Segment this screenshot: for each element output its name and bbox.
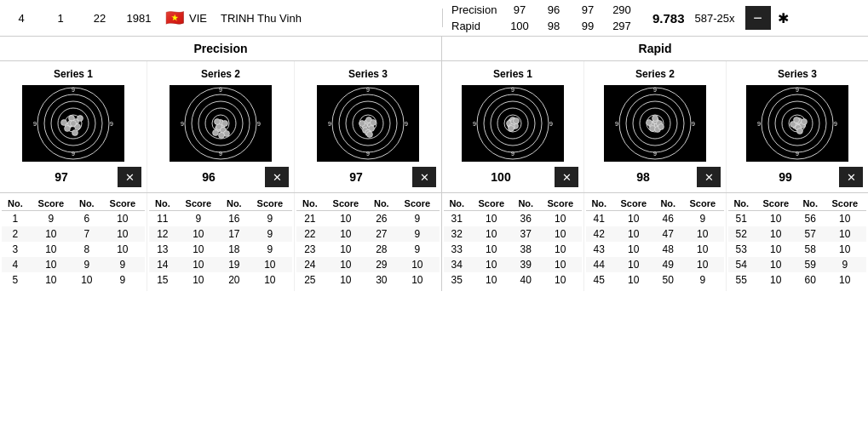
svg-text:9: 9: [511, 87, 514, 93]
col-score2: Score: [395, 197, 440, 211]
athlete-name: TRINH Thu Vinh: [221, 12, 302, 25]
svg-text:9: 9: [549, 121, 553, 127]
svg-point-82: [514, 118, 520, 124]
svg-text:9: 9: [219, 151, 222, 157]
svg-text:9: 9: [834, 121, 837, 127]
table-row: 19610: [2, 211, 145, 227]
table-row: 25103010: [296, 272, 440, 288]
table-row: 510109: [2, 272, 145, 288]
table-row: 55106010: [728, 272, 866, 288]
svg-text:9: 9: [257, 121, 261, 127]
precision-s2-score: 96: [152, 170, 265, 184]
svg-point-16: [61, 120, 67, 126]
rapid-s3-target: 9 9 9 9: [746, 85, 848, 162]
svg-point-59: [359, 121, 365, 127]
svg-text:9: 9: [366, 151, 370, 157]
col-no1: No.: [2, 197, 29, 211]
rapid-series-area: Series 1 9 9 9 9: [442, 61, 868, 192]
col-score1: Score: [755, 197, 797, 211]
scores-block: Precision 97 96 97 290 Rapid 100 98 99 2…: [451, 3, 639, 32]
header-left: 4 1 22 1981 🇻🇳 VIE TRINH Thu Vinh: [0, 9, 443, 27]
col-no1: No.: [444, 197, 470, 211]
table-row: 34103910: [444, 257, 582, 272]
svg-text:9: 9: [653, 87, 657, 93]
col-no2: No.: [73, 197, 101, 211]
rapid-s2-expand[interactable]: ✕: [697, 167, 721, 187]
rapid-tables: No. Score No. Score 31103610321037103310…: [442, 193, 868, 291]
svg-text:9: 9: [405, 121, 408, 127]
svg-point-62: [367, 132, 373, 138]
svg-text:9: 9: [615, 121, 618, 127]
svg-text:9: 9: [72, 151, 75, 157]
table-row: 14101910: [149, 257, 292, 272]
country-info: 🇻🇳 VIE: [165, 9, 207, 27]
col-no1: No.: [586, 197, 612, 211]
precision-s2-target: 9 9 9 9: [170, 85, 272, 162]
rapid-s2-score: 98: [589, 170, 697, 184]
col-no2: No.: [368, 197, 395, 211]
col-score1: Score: [324, 197, 368, 211]
col-no2: No.: [513, 197, 539, 211]
rapid-s3-expand[interactable]: ✕: [839, 167, 863, 187]
svg-text:9: 9: [796, 87, 799, 93]
svg-point-125: [797, 128, 803, 134]
main-container: 4 1 22 1981 🇻🇳 VIE TRINH Thu Vinh Precis…: [0, 0, 868, 434]
minus-button[interactable]: −: [745, 6, 771, 30]
col-no1: No.: [728, 197, 755, 211]
series-label: 587-25x: [695, 12, 735, 25]
precision-s1: 97: [503, 3, 537, 16]
svg-text:9: 9: [692, 121, 695, 127]
rapid-series-3: Series 3 9 9 9 9: [727, 61, 868, 192]
svg-point-101: [647, 120, 652, 126]
precision-label: Precision: [451, 3, 503, 16]
precision-s1-expand[interactable]: ✕: [118, 167, 141, 187]
grand-total: 9.783: [652, 11, 685, 26]
score-tables-area: No. Score No. Score 19610210710310810410…: [0, 193, 868, 291]
svg-text:9: 9: [511, 151, 514, 157]
table-row: 2110269: [296, 211, 440, 227]
rapid-s1-title: Series 1: [493, 68, 532, 80]
table-row: 52105710: [728, 226, 866, 242]
precision-s2-title: Series 2: [201, 68, 240, 80]
precision-table-1: No. Score No. Score 19610210710310810410…: [0, 193, 147, 291]
rapid-s3-score-row: 99 ✕: [732, 167, 863, 187]
col-no2: No.: [797, 197, 824, 211]
svg-point-14: [65, 126, 71, 132]
precision-s3: 97: [571, 3, 605, 16]
pin-button[interactable]: ✱: [778, 10, 789, 26]
rapid-s3-score: 99: [732, 170, 839, 184]
rapid-s1-target: 9 9 9 9: [462, 85, 564, 162]
rapid-s1-expand[interactable]: ✕: [555, 167, 578, 187]
col-no2: No.: [655, 197, 681, 211]
precision-s2-expand[interactable]: ✕: [265, 167, 289, 187]
table-row: 32103710: [444, 226, 582, 242]
rapid-series-2: Series 2 9 9 9 9: [584, 61, 727, 192]
rapid-score-row: Rapid 100 98 99 297: [451, 20, 639, 32]
table-row: 35104010: [444, 272, 582, 288]
rapid-s2-score-row: 98 ✕: [589, 167, 721, 187]
table-row: 119169: [149, 211, 292, 227]
rank: 4: [9, 12, 34, 25]
flag: 🇻🇳: [165, 9, 184, 27]
table-row: 4510509: [586, 272, 724, 288]
precision-s1-score-row: 97 ✕: [5, 167, 141, 187]
svg-text:9: 9: [366, 87, 370, 93]
rapid-table-1: No. Score No. Score 31103610321037103310…: [442, 193, 584, 291]
precision-total: 290: [605, 3, 639, 16]
svg-point-83: [509, 126, 514, 132]
precision-s3-score: 97: [300, 170, 412, 184]
precision-s1-score: 97: [5, 170, 118, 184]
table-row: 2310289: [296, 242, 440, 257]
svg-text:9: 9: [72, 87, 75, 93]
table-row: 1310189: [149, 242, 292, 257]
col-score2: Score: [539, 197, 582, 211]
precision-tables: No. Score No. Score 19610210710310810410…: [0, 193, 442, 291]
precision-s2: 96: [537, 3, 571, 16]
svg-text:9: 9: [796, 151, 799, 157]
col-score2: Score: [681, 197, 724, 211]
col-no1: No.: [149, 197, 176, 211]
precision-s3-expand[interactable]: ✕: [412, 167, 436, 187]
table-row: 43104810: [586, 242, 724, 257]
rapid-table-2: No. Score No. Score 41104694210471043104…: [584, 193, 727, 291]
col-no1: No.: [296, 197, 324, 211]
